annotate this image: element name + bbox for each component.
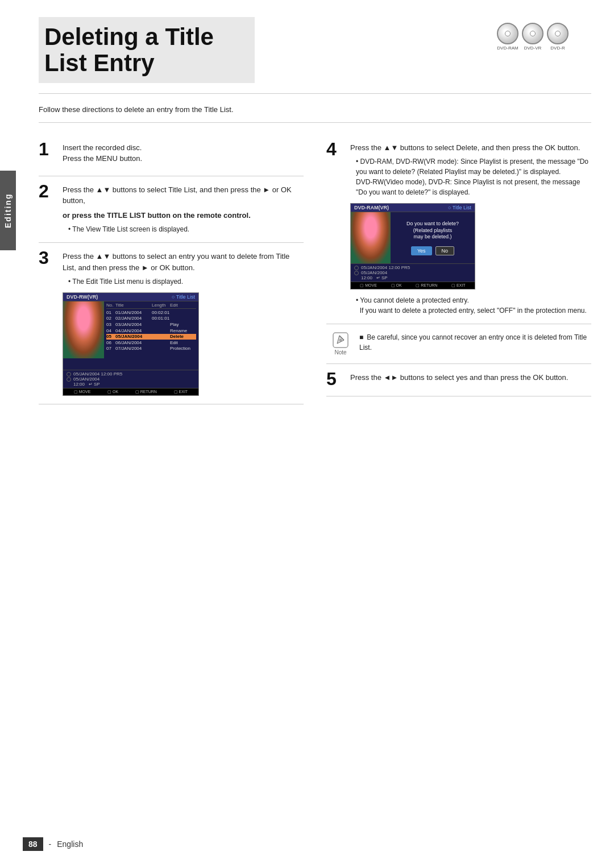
screen-info-right: 05/JAN/2004 12:00 PR5 05/JAN/2004 12:00 …: [351, 263, 475, 282]
col-header-edit: Edit: [170, 303, 196, 308]
screen-mockup-step4: DVD-RAM(VR) ○ Title List Do you want to …: [350, 203, 475, 290]
step-2-bold: or press the TITLE LIST button on the re…: [63, 210, 304, 221]
step-2: 2 Press the ▲▼ buttons to select Title L…: [39, 176, 304, 243]
footer-ok: ▢ OK: [107, 390, 118, 394]
screen-footer-right: ▢ MOVE ▢ OK ▢ RETURN ▢ EXIT: [351, 282, 475, 289]
step-4-bullet-2: • You cannot delete a protected entry. I…: [356, 295, 591, 316]
step-2-text: Press the ▲▼ buttons to select Title Lis…: [63, 184, 304, 206]
step-2-bullet: • The View Title List screen is displaye…: [68, 224, 304, 234]
step-3-bullet: • The Edit Title List menu is displayed.: [68, 276, 304, 287]
col-header-title: Title: [115, 303, 151, 308]
no-button[interactable]: No: [435, 246, 455, 255]
table-row: 0202/JAN/200400:01:01: [106, 316, 196, 322]
note-pencil-icon: [333, 332, 349, 348]
table-row-selected: 0505/JAN/2004Delete: [106, 334, 196, 340]
step-3-content: Press the ▲▼ buttons to select an entry …: [63, 251, 304, 396]
footer-exit-r: ▢ EXIT: [451, 283, 466, 288]
screen-info-left: 05/JAN/2004 12:00 PR5 05/JAN/2004 12:00 …: [63, 370, 198, 388]
step4-message-area: Do you want to delete?(Related playlists…: [391, 212, 475, 263]
two-column-layout: 1 Insert the recorded disc.Press the MEN…: [39, 134, 591, 845]
footer-return: ▢ RETURN: [135, 390, 157, 394]
footer-move-r: ▢ MOVE: [360, 283, 377, 288]
footer-exit: ▢ EXIT: [174, 390, 188, 394]
yes-button[interactable]: Yes: [411, 246, 432, 255]
title-background: Deleting a Title List Entry: [39, 17, 255, 83]
table-header-row: No. Title Length Edit: [106, 303, 196, 309]
screen-right-title-list: ○ Title List: [448, 205, 471, 210]
dvd-r-disc: [547, 23, 569, 44]
step-3-number: 3: [39, 249, 55, 396]
svg-point-1: [339, 339, 342, 341]
step4-message-text: Do you want to delete?(Related playlists…: [406, 221, 459, 241]
step-1-number: 1: [39, 140, 55, 168]
step-1-content: Insert the recorded disc.Press the MENU …: [63, 142, 304, 168]
disc-icon-dvd-r: DVD-R: [547, 23, 569, 51]
step4-buttons: Yes No: [411, 246, 454, 255]
dvd-vr-disc: [522, 23, 544, 44]
dvd-vr-label: DVD-VR: [524, 46, 542, 51]
screen-header-right: DVD-RAM(VR) ○ Title List: [351, 204, 475, 212]
step4-thumbnail: [351, 212, 391, 263]
disc-icons-group: DVD-RAM DVD-VR DVD-R: [497, 23, 569, 51]
step-5: 5 Press the ◄► buttons to select yes and…: [326, 364, 591, 396]
note-bullet-icon: ■: [359, 333, 363, 341]
disc-icon-dvd-ram: DVD-RAM: [497, 23, 518, 51]
note-icon-area: Note: [326, 332, 355, 356]
step-1-text: Insert the recorded disc.Press the MENU …: [63, 142, 304, 164]
page-footer: 88 - English: [23, 837, 591, 851]
footer-return-r: ▢ RETURN: [416, 283, 437, 288]
screen-header-left: DVD-RW(VR) ○ Title List: [63, 293, 198, 301]
col-header-no: No.: [106, 303, 114, 308]
step4-body: Do you want to delete?(Related playlists…: [351, 212, 475, 263]
page-title: Deleting a Title List Entry: [44, 24, 243, 76]
right-column: 4 Press the ▲▼ buttons to select Delete,…: [326, 134, 591, 845]
dvd-ram-disc: [497, 23, 518, 44]
disc-icon-dvd-vr: DVD-VR: [522, 23, 544, 51]
screen-footer-left: ▢ MOVE ▢ OK ▢ RETURN ▢ EXIT: [63, 388, 198, 395]
step-5-content: Press the ◄► buttons to select yes and t…: [350, 372, 591, 388]
step-5-text: Press the ◄► buttons to select yes and t…: [350, 372, 591, 383]
screen-dvd-rw-label: DVD-RW(VR): [67, 294, 98, 300]
screen-thumbnail-left: [63, 301, 104, 358]
step-3-text: Press the ▲▼ buttons to select an entry …: [63, 251, 304, 273]
screen-dvd-ram-label: DVD-RAM(VR): [354, 205, 389, 210]
table-row: 0101/JAN/200400:02:01: [106, 309, 196, 316]
step-1: 1 Insert the recorded disc.Press the MEN…: [39, 134, 304, 176]
footer-ok-r: ▢ OK: [391, 283, 402, 288]
intro-text: Follow these directions to delete an ent…: [39, 104, 591, 123]
step-4: 4 Press the ▲▼ buttons to select Delete,…: [326, 134, 591, 325]
table-row: 0707/JAN/2004Protection: [106, 346, 196, 352]
footer-move: ▢ MOVE: [74, 390, 91, 394]
step-5-number: 5: [326, 370, 342, 388]
note-text: ■Be careful, since you cannot recover an…: [359, 332, 591, 353]
table-row: 0606/JAN/2004Edit: [106, 340, 196, 346]
step-3: 3 Press the ▲▼ buttons to select an entr…: [39, 243, 304, 404]
screen-table: No. Title Length Edit 0101/JAN/200400:02…: [104, 301, 198, 370]
dvd-ram-label: DVD-RAM: [497, 46, 518, 51]
step-4-text: Press the ▲▼ buttons to select Delete, a…: [350, 142, 591, 154]
screen-info-date: 05/JAN/2004 12:00 PR5: [73, 371, 122, 377]
table-row: 0404/JAN/2004Rename: [106, 328, 196, 334]
step-4-number: 4: [326, 140, 342, 316]
step-4-content: Press the ▲▼ buttons to select Delete, a…: [350, 142, 591, 316]
title-section: Deleting a Title List Entry DVD-RAM DVD-…: [39, 17, 591, 94]
step-2-number: 2: [39, 182, 55, 235]
screen-title-list-label: ○ Title List: [172, 294, 195, 300]
left-column: 1 Insert the recorded disc.Press the MEN…: [39, 134, 304, 845]
page-language: English: [57, 840, 83, 849]
screen-mockup-step3: DVD-RW(VR) ○ Title List No.: [63, 292, 199, 396]
note-label: Note: [334, 349, 346, 356]
dvd-r-label: DVD-R: [550, 46, 565, 51]
page-number: 88: [23, 837, 43, 851]
step-4-bullet-1: • DVD-RAM, DVD-RW(VR mode): Since Playli…: [356, 156, 591, 197]
sidebar-editing-label: Editing: [0, 171, 16, 250]
table-row: 0303/JAN/2004Play: [106, 322, 196, 328]
thumbnail-flower: [63, 301, 104, 358]
step-2-content: Press the ▲▼ buttons to select Title Lis…: [63, 184, 304, 235]
col-header-length: Length: [152, 303, 169, 308]
screen-body-left: No. Title Length Edit 0101/JAN/200400:02…: [63, 301, 198, 370]
note-box: Note ■Be careful, since you cannot recov…: [326, 324, 591, 364]
